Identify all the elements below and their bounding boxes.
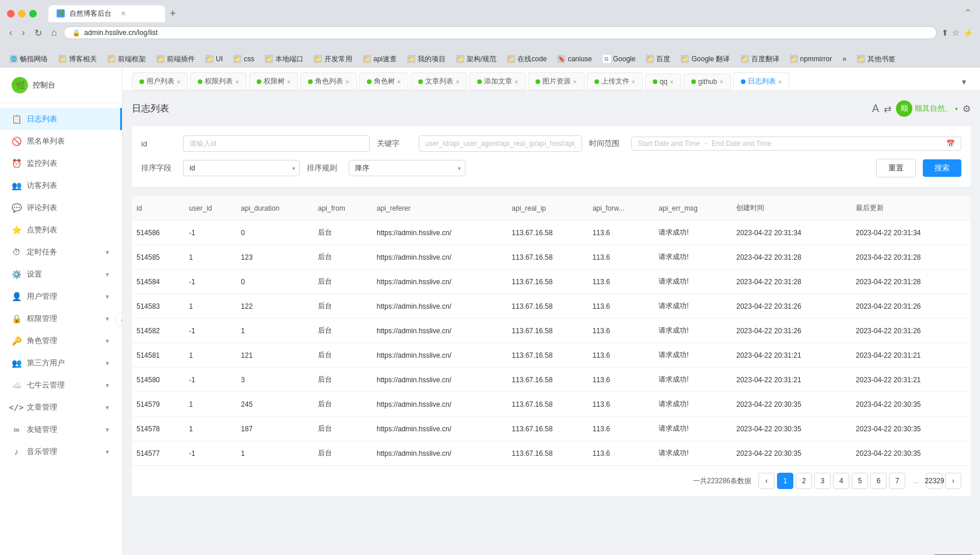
tab-add-article[interactable]: 添加文章 × [470,72,526,90]
bookmark-前端插件[interactable]: 📁 前端插件 [152,53,200,65]
sidebar-item-qiniu[interactable]: ☁️ 七牛云管理 ▼ [0,374,122,396]
sidebar-item-permission[interactable]: 🔒 权限管理 ▼ [0,308,122,330]
bookmark-本地端口[interactable]: 📁 本地端口 [260,53,308,65]
tab-article-list[interactable]: 文章列表 × [411,72,467,90]
bookmark-开发常用[interactable]: 📁 开发常用 [309,53,357,65]
pagination-page-1[interactable]: 1 [777,473,793,489]
bookmark-icon[interactable]: ☆ [952,28,960,37]
sidebar-item-friend-links[interactable]: ∞ 友链管理 ▼ [0,418,122,441]
tab-close-icon[interactable]: × [632,78,635,85]
pagination-page-4[interactable]: 4 [833,473,849,489]
tab-close-icon[interactable]: × [719,78,723,85]
bookmark-前端框架[interactable]: 📁 前端框架 [103,53,150,65]
sidebar-item-log-list[interactable]: 📋 日志列表 [0,108,122,130]
bookmark-baidu-translate[interactable]: 📁 百度翻译 [736,53,784,65]
bookmark-more[interactable]: » [838,54,851,64]
forward-button[interactable]: › [19,26,27,39]
bookmark-博客相关[interactable]: 📁 博客相关 [54,53,102,65]
tab-label: 权限列表 [205,76,233,86]
blacklist-icon: 🚫 [12,137,21,146]
tab-permission-tree[interactable]: 权限树 × [249,72,298,90]
tab-user-list[interactable]: 用户列表 × [132,72,188,90]
sidebar-item-user-management[interactable]: 👤 用户管理 ▼ [0,285,122,308]
home-button[interactable]: ⌂ [49,26,60,39]
close-dot[interactable] [7,10,15,18]
reset-button[interactable]: 重置 [876,159,916,177]
pagination-prev-button[interactable]: ‹ [758,473,775,489]
browser-tab[interactable]: 🌿 自然博客后台 ✕ [48,5,165,22]
tab-images[interactable]: 图片资源 × [528,72,584,90]
pagination-page-6[interactable]: 6 [870,473,887,489]
tab-log-list[interactable]: 日志列表 × [733,72,789,90]
bookmark-other[interactable]: 📁 其他书签 [852,53,900,65]
bookmark-架构规范[interactable]: 📁 架构/规范 [452,53,501,65]
pagination-last-page[interactable]: 22329 [926,473,943,489]
sidebar-item-article[interactable]: </> 文章管理 ▼ [0,396,122,418]
pagination-page-5[interactable]: 5 [852,473,868,489]
sidebar-item-scheduled[interactable]: ⏱ 定时任务 ▼ [0,241,122,263]
tab-role-list[interactable]: 角色列表 × [300,72,356,90]
bookmark-google-translate[interactable]: 📁 Google 翻译 [676,53,734,65]
sidebar-item-comments[interactable]: 💬 评论列表 [0,197,122,219]
bookmark-npmmirror[interactable]: 📁 npmmirror [785,54,837,64]
bookmark-我的项目[interactable]: 📁 我的项目 [402,53,450,65]
maximize-dot[interactable] [29,10,37,18]
keyword-filter-input[interactable] [419,135,582,152]
pagination-page-3[interactable]: 3 [814,473,831,489]
extension-icon[interactable]: ⚡ [963,28,973,37]
tab-role-tree[interactable]: 角色树 × [359,72,408,90]
tab-close-icon[interactable]: × [345,78,349,85]
bookmark-在线code[interactable]: 📁 在线code [502,53,551,65]
tab-close-icon[interactable]: × [235,78,239,85]
sidebar-item-third-party[interactable]: 👥 第三方用户 ▼ [0,352,122,374]
address-bar[interactable]: 🔒 admin.hsslive.cn/log/list [64,26,937,39]
tab-close-icon[interactable]: × [287,78,290,85]
sidebar-item-monitor[interactable]: ⏰ 监控列表 [0,152,122,174]
refresh-button[interactable]: ↻ [32,26,44,40]
sidebar-item-blacklist[interactable]: 🚫 黑名单列表 [0,130,122,152]
tab-qq[interactable]: qq × [645,74,681,90]
bookmark-css[interactable]: 📁 css [229,54,259,64]
tab-close-icon[interactable]: × [177,78,180,85]
minimize-dot[interactable] [18,10,26,18]
bookmark-caniuse[interactable]: 🔖 caniuse [552,54,596,64]
browser-title-bar: 🌿 自然博客后台 ✕ + ⌃ [0,0,980,22]
tabs-more-button[interactable]: ▾ [957,75,971,89]
id-filter-input[interactable] [183,135,370,152]
search-button[interactable]: 搜索 [923,159,961,177]
tab-permission-list[interactable]: 权限列表 × [190,72,246,90]
pagination-page-2[interactable]: 2 [796,473,812,489]
pagination-next-button[interactable]: › [945,473,961,489]
sidebar-item-visitor[interactable]: 👥 访客列表 [0,174,122,197]
bookmark-google[interactable]: G Google [598,54,640,64]
bookmark-UI[interactable]: 📁 UI [201,54,228,64]
tab-close-icon[interactable]: × [456,78,459,85]
time-range-picker[interactable]: Start Date and Time → End Date and Time … [631,137,961,151]
cell-created-at: 2023-04-22 20:31:26 [732,294,851,319]
settings-button[interactable]: ⚙ [963,103,971,114]
pagination-page-7[interactable]: 7 [889,473,905,489]
tab-github[interactable]: github × [684,74,731,90]
sidebar-item-music[interactable]: ♪ 音乐管理 ▼ [0,441,122,463]
sidebar-item-role[interactable]: 🔑 角色管理 ▼ [0,330,122,352]
bookmark-api速查[interactable]: 📁 api速查 [358,53,401,65]
new-tab-button[interactable]: + [170,8,176,20]
tab-close-icon[interactable]: × [573,78,576,85]
back-button[interactable]: ‹ [7,26,15,39]
tab-close-icon[interactable]: ✕ [121,10,126,18]
bookmark-百度[interactable]: 📁 百度 [641,53,675,65]
tab-close-icon[interactable]: × [397,78,401,85]
user-avatar-button[interactable]: 顺 顺其自然、 ▾ [896,100,958,117]
tab-label: 用户列表 [146,76,174,86]
sort-field-select[interactable]: id [183,160,300,176]
tab-close-icon[interactable]: × [514,78,518,85]
sort-rule-select[interactable]: 降序 升序 [349,160,466,176]
tab-close-icon[interactable]: × [670,78,673,85]
bookmark-畅指网络[interactable]: 🌐 畅指网络 [5,53,52,65]
tab-close-icon[interactable]: × [778,78,782,85]
tab-upload-file[interactable]: 上传文件 × [587,72,643,90]
translate-button[interactable]: A [872,103,879,115]
sidebar-item-likes[interactable]: ⭐ 点赞列表 [0,219,122,241]
sidebar-item-settings[interactable]: ⚙️ 设置 ▼ [0,263,122,285]
share-icon[interactable]: ⬆ [942,28,949,37]
